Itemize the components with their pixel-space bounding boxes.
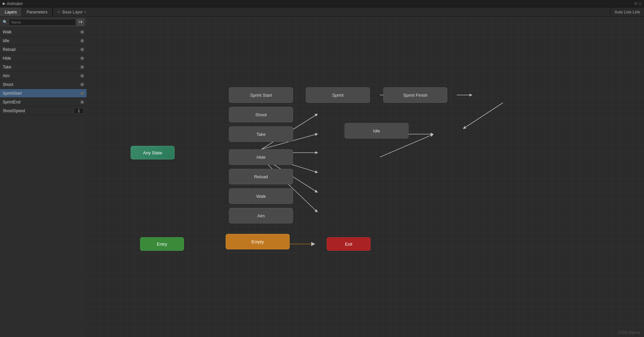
param-item-shootspeed[interactable]: ShootSpeed <box>0 106 87 115</box>
param-item-take[interactable]: Take <box>0 63 87 71</box>
node-idle[interactable]: Idle <box>345 123 409 139</box>
node-exit_node[interactable]: Exit <box>327 237 371 251</box>
node-sprint_start[interactable]: Sprint Start <box>229 87 293 103</box>
param-name: Aim <box>3 73 80 78</box>
param-bool-indicator <box>80 39 84 42</box>
node-sprint[interactable]: Sprint <box>306 87 370 103</box>
search-input[interactable] <box>9 19 76 26</box>
param-item-sprintstart[interactable]: SprintStart <box>0 89 87 98</box>
parameters-list: WalkIdleReloadHideTakeAimShootSprintStar… <box>0 28 87 115</box>
tab-parameters[interactable]: Parameters <box>22 7 53 17</box>
add-parameter-button[interactable]: +▾ <box>77 19 84 26</box>
node-empty[interactable]: Empty <box>226 234 290 249</box>
app-title: Animator <box>7 1 23 6</box>
param-float-value[interactable] <box>74 108 84 114</box>
node-entry[interactable]: Entry <box>140 237 184 251</box>
param-bool-indicator <box>80 48 84 51</box>
param-name: Idle <box>3 38 80 43</box>
connections-overlay <box>87 17 644 337</box>
node-reload[interactable]: Reload <box>229 169 293 184</box>
param-item-idle[interactable]: Idle <box>0 36 87 45</box>
breadcrumb: 👁 Base Layer ▾ <box>53 7 90 17</box>
node-sprint_finish[interactable]: Sprint Finish <box>383 87 447 103</box>
main-layout: 🔍 +▾ WalkIdleReloadHideTakeAimShootSprin… <box>0 17 644 337</box>
param-bool-indicator <box>80 74 84 78</box>
param-name: ShootSpeed <box>3 109 74 113</box>
param-bool-indicator <box>80 83 84 86</box>
tabbar: Layers Parameters 👁 Base Layer ▾ Auto Li… <box>0 7 644 17</box>
param-bool-indicator <box>80 30 84 34</box>
node-aim[interactable]: Aim <box>229 208 293 223</box>
animator-canvas[interactable]: Sprint StartSprintSprint FinishShootTake… <box>87 17 644 337</box>
param-name: Take <box>3 65 80 69</box>
param-item-reload[interactable]: Reload <box>0 45 87 54</box>
param-item-aim[interactable]: Aim <box>0 71 87 80</box>
param-bool-indicator <box>80 65 84 69</box>
sidebar: 🔍 +▾ WalkIdleReloadHideTakeAimShootSprin… <box>0 17 87 337</box>
param-name: Reload <box>3 47 80 52</box>
param-bool-indicator <box>80 57 84 60</box>
param-name: SprintStart <box>3 91 80 96</box>
tab-layers[interactable]: Layers <box>0 7 22 17</box>
titlebar: ▶ Animator ⊠ ⊡ <box>0 0 644 7</box>
watermark: CSDN @gzroy <box>618 331 640 334</box>
param-name: Hide <box>3 56 80 61</box>
svg-line-2 <box>464 103 503 128</box>
param-bool-indicator <box>80 92 84 95</box>
node-any_state[interactable]: Any State <box>131 146 174 159</box>
param-bool-indicator <box>80 100 84 104</box>
auto-live-link-button[interactable]: Auto Live Link <box>610 7 644 17</box>
sidebar-header: 🔍 +▾ <box>0 17 87 28</box>
param-name: Shoot <box>3 82 80 87</box>
param-item-hide[interactable]: Hide <box>0 54 87 63</box>
node-hide[interactable]: Hide <box>229 149 293 165</box>
param-name: Walk <box>3 30 80 34</box>
param-name: SprintEnd <box>3 100 80 104</box>
node-shoot[interactable]: Shoot <box>229 107 293 122</box>
node-walk[interactable]: Walk <box>229 188 293 204</box>
param-item-sprintend[interactable]: SprintEnd <box>0 98 87 106</box>
node-take[interactable]: Take <box>229 126 293 142</box>
param-item-shoot[interactable]: Shoot <box>0 80 87 89</box>
param-item-walk[interactable]: Walk <box>0 28 87 36</box>
animator-icon: ▶ <box>3 1 5 6</box>
breadcrumb-base-layer: Base Layer <box>62 10 83 14</box>
